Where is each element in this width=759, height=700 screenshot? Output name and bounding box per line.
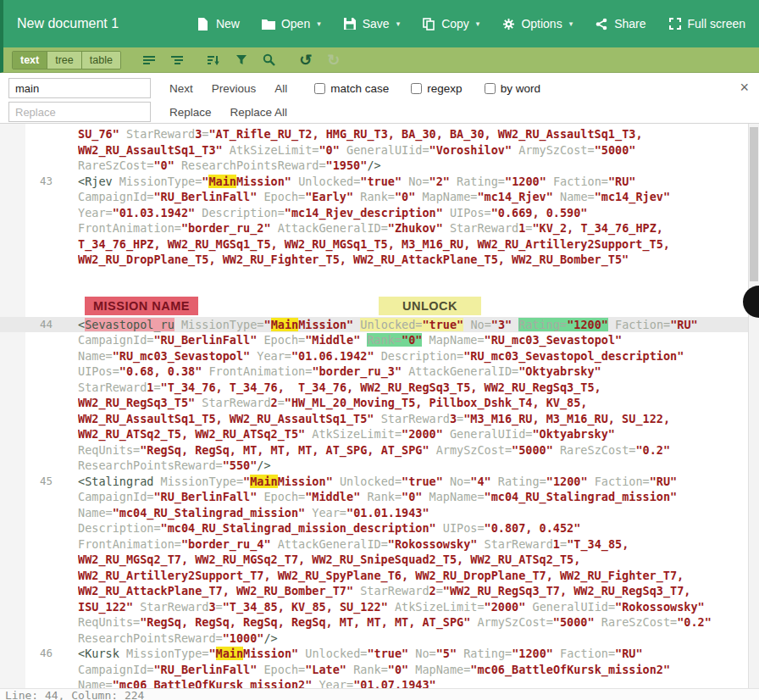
code-line: RareSzCost="0" ResearchPointsReward="195… [78,158,748,174]
code-row[interactable]: WW2_RU_Artillery2Support_T7, WW2_RU_SpyP… [0,568,748,584]
code-line: StarReward1="T_34_76, T_34_76, T_34_76, … [78,380,748,396]
find-all-button[interactable]: All [274,82,287,95]
search-icon[interactable] [261,52,278,69]
code-row[interactable]: CampaignId="RU_BerlinFall" Epoch="Early"… [0,189,748,205]
code-row[interactable]: Name="mc04_RU_Stalingrad_mission" Year="… [0,505,748,521]
code-row[interactable]: FrontAnimation="border_ru_4" AttackGener… [0,536,748,553]
match-case-label: match case [330,82,389,95]
code-row[interactable]: ReqUnits="RegSq, RegSq, RegSq, RegSq, MT… [0,614,748,631]
code-token: WW2_RU_ATSq2_T5, WW2_RU_ATSq2_T5" [78,427,305,441]
fullscreen-button[interactable]: Full screen [668,17,745,31]
vertical-scrollbar[interactable] [748,124,759,688]
regexp-checkbox[interactable] [411,83,422,94]
code-row[interactable]: 46<Kursk MissionType="MainMission" Unloc… [0,646,748,662]
fullscreen-icon [668,17,682,31]
code-row[interactable]: ResearchPointsReward="550"/> [0,458,748,474]
line-number [0,364,78,380]
filter-icon[interactable] [233,52,250,69]
search-input[interactable] [8,78,151,98]
code-row[interactable]: UIPos="0.68, 0.38" FrontAnimation="borde… [0,364,748,380]
code-row[interactable]: T_34_76_HPZ, WW2_RU_MGSq1_T5, WW2_RU_MGS… [0,236,748,253]
line-number [0,395,78,411]
code-token: "1000" [223,631,264,645]
by-word-checkbox[interactable] [485,83,496,94]
code-row[interactable]: ISU_122" StarReward3="T_34_85, KV_85, SU… [0,599,748,615]
code-token: "0" [319,143,339,157]
mode-tree-button[interactable]: tree [47,52,81,69]
code-token: GeneralUIid= [525,600,615,614]
code-row[interactable]: FrontAnimation="border_ru_2" AttackGener… [0,220,748,236]
code-row[interactable]: CampaignId="RU_BerlinFall" Epoch="Middle… [0,489,748,505]
code-row[interactable]: WW2_RU_AttackPlane_T7, WW2_RU_Bomber_T7"… [0,583,748,599]
code-token: "RegSq, RegSq, MT, MT, MT, AT_SPG, AT_SP… [140,443,429,457]
code-token: "RU_BerlinFall" [153,333,257,347]
share-button[interactable]: Share [595,17,645,31]
code-row[interactable]: Year="01.03.1942" Description="mc14_Rjev… [0,205,748,221]
scrollbar-thumb[interactable] [750,127,758,281]
code-row[interactable]: WW2_RU_AssaultSq1_T5, WW2_RU_AssaultSq1_… [0,411,748,427]
options-button[interactable]: Options ▾ [501,17,573,31]
code-row[interactable]: WW2_RU_DropPlane_T5, WW2_RU_Fighter_T5, … [0,252,748,268]
code-token: "0.807, 0.452" [485,521,581,535]
code-row[interactable]: WW2_RU_RegSq3_T5" StarReward2="HW_ML_20_… [0,395,748,411]
code-token: Description= [195,206,285,219]
history-icon-group: ↺ ↻ [297,52,342,69]
caret-down-icon: ▾ [569,19,573,28]
code-token: "T_34_85, KV_85, SU_122" [223,600,388,614]
code-row[interactable]: ResearchPointsReward="1000"/> [0,631,748,647]
code-row[interactable]: CampaignId="RU_BerlinFall" Epoch="Middle… [0,332,748,348]
code-token: AttackGeneralID= [402,364,518,378]
replace-input[interactable] [8,102,151,122]
code-row[interactable]: WW2_RU_AssaultSq1_T3" AtkSizeLimit="0" G… [0,142,748,158]
redo-icon[interactable]: ↻ [325,52,342,69]
code-row[interactable]: CampaignId="RU_BerlinFall" Epoch="Late" … [0,662,748,678]
code-row[interactable]: RareSzCost="0" ResearchPointsReward="195… [0,158,748,174]
find-next-button[interactable]: Next [169,82,193,95]
copy-button[interactable]: Copy ▾ [422,17,479,31]
code-row[interactable]: 43<Rjev MissionType="MainMission" Unlock… [0,174,748,190]
match-case-option[interactable]: match case [314,82,389,95]
code-token: StarReward [119,127,195,141]
code-row[interactable]: ReqUnits="RegSq, RegSq, MT, MT, MT, AT_S… [0,442,748,458]
replace-button[interactable]: Replace [169,106,212,119]
format-indent-icon[interactable] [169,52,186,69]
code-token: <Kursk [78,647,119,660]
code-editor[interactable]: SU_76" StarReward3="AT_Rifle_RU_T2, HMG_… [0,124,748,688]
open-button[interactable]: Open ▾ [262,17,321,31]
save-icon [343,17,357,31]
mode-text-button[interactable]: text [13,52,47,69]
line-number [0,348,78,364]
code-token: Mission" [298,318,353,331]
code-row[interactable]: SU_76" StarReward3="AT_Rifle_RU_T2, HMG_… [0,126,748,142]
mode-table-button[interactable]: table [81,52,120,69]
code-token: "5000" [512,443,553,457]
code-row[interactable]: Name="mc06_BattleOfKursk_mission2" Year=… [0,677,748,688]
replace-all-button[interactable]: Replace All [230,106,288,119]
code-token: "mc14_Rjev" [477,190,552,203]
find-previous-button[interactable]: Previous [212,82,257,95]
line-number: 46 [0,646,78,662]
code-token: Main [250,475,278,488]
code-row[interactable]: StarReward1="T_34_76, T_34_76, T_34_76, … [0,380,748,396]
code-row[interactable]: Name="RU_mc03_Sevastopol" Year="01.06.19… [0,348,748,364]
code-row[interactable]: 44<Sevastopol_ru MissionType="MainMissio… [0,317,748,333]
new-button[interactable]: New [197,17,240,31]
match-case-checkbox[interactable] [314,83,325,94]
regexp-option[interactable]: regexp [411,82,462,95]
code-token: "Voroshilov" [429,143,512,157]
sort-icon[interactable] [205,52,222,69]
line-number [0,126,78,142]
code-row[interactable]: Description="mc04_RU_Stalingrad_mission_… [0,520,748,536]
code-line: WW2_RU_MGSq2_T7, WW2_RU_MGSq2_T7, WW2_RU… [78,552,748,568]
code-row[interactable]: WW2_RU_ATSq2_T5, WW2_RU_ATSq2_T5" AtkSiz… [0,426,748,442]
document-title: New document 1 [17,16,119,31]
code-token: "mc14_Rjev" [595,190,670,203]
code-row[interactable]: 45<Stalingrad MissionType="MainMission" … [0,474,748,490]
save-button[interactable]: Save ▾ [343,17,400,31]
code-token: Main [216,647,244,660]
format-compact-icon[interactable] [141,52,158,69]
code-row[interactable]: WW2_RU_MGSq2_T7, WW2_RU_MGSq2_T7, WW2_RU… [0,552,748,568]
by-word-option[interactable]: by word [485,82,540,95]
undo-icon[interactable]: ↺ [297,52,314,69]
close-search-icon[interactable]: × [740,80,749,95]
